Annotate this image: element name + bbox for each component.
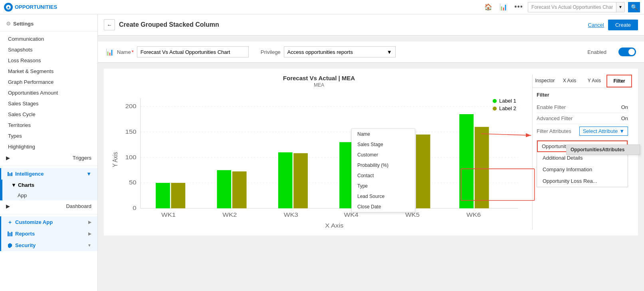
create-button[interactable]: Create [608, 20, 638, 30]
name-label: Name* [117, 49, 134, 55]
filter-attr-label: Filter Attributes [537, 128, 571, 134]
name-input[interactable] [137, 46, 249, 57]
triggers-arrow: ▶ [6, 155, 10, 161]
ctx-lead-source[interactable]: Lead Source [352, 191, 415, 202]
sidebar-item-graph-performance[interactable]: Graph Performance [0, 77, 97, 87]
sidebar-item-sales-stages[interactable]: Sales Stages [0, 98, 97, 109]
sidebar-item-reports[interactable]: Reports ▶ [0, 228, 97, 240]
chart-wrapper: 0 50 100 150 200 Y Axis [110, 94, 528, 230]
search-bar: ▼ [528, 2, 625, 12]
chart-subtitle: MEA [110, 82, 528, 88]
sidebar-item-triggers[interactable]: ▶ Triggers [0, 152, 97, 164]
chart-icon: 📊 [106, 48, 114, 56]
chart-svg: 0 50 100 150 200 Y Axis [110, 94, 528, 230]
sidebar-item-sales-cycle[interactable]: Sales Cycle [0, 109, 97, 120]
attr-opp-loss[interactable]: Opportunity Loss Rea... [537, 175, 628, 187]
privilege-arrow: ▼ [387, 49, 392, 55]
ctx-sales-stage[interactable]: Sales Stage [352, 139, 415, 150]
svg-rect-21 [217, 170, 231, 208]
back-button[interactable]: ← [104, 19, 115, 30]
sidebar-item-types[interactable]: Types [0, 131, 97, 141]
ctx-probability[interactable]: Probability (%) [352, 160, 415, 170]
ctx-close-date[interactable]: Close Date [352, 202, 415, 212]
tab-filter[interactable]: Filter [606, 75, 632, 87]
svg-text:50: 50 [129, 180, 136, 186]
ctx-name[interactable]: Name [352, 129, 415, 139]
more-button[interactable]: ••• [513, 1, 525, 13]
main-layout: ⚙ Settings Communication Snapshots Loss … [0, 14, 644, 291]
svg-text:X Axis: X Axis [325, 222, 344, 228]
dashboard-arrow: ▶ [6, 203, 10, 209]
intelligence-chevron: ▼ [86, 171, 91, 177]
enable-filter-value: On [621, 104, 628, 110]
ctx-contact[interactable]: Contact [352, 170, 415, 181]
tab-xaxis[interactable]: X Axis [557, 75, 582, 87]
svg-rect-20 [171, 183, 185, 208]
search-dropdown-button[interactable]: ▼ [616, 2, 624, 12]
svg-text:150: 150 [125, 129, 137, 135]
svg-rect-28 [416, 135, 430, 208]
enable-filter-row: Enable Filter On [537, 102, 628, 113]
charts-header[interactable]: ▼ Charts [2, 180, 97, 190]
svg-rect-5 [10, 233, 11, 236]
svg-text:WK3: WK3 [284, 212, 298, 218]
intelligence-group: Intelligence ▼ ▼ Charts App [0, 168, 97, 200]
top-navigation: OPPORTUNITIES 🏠 📊 ••• ▼ 🔍 [0, 0, 644, 14]
attr-company-info[interactable]: Company Information [537, 164, 628, 175]
intelligence-header[interactable]: Intelligence ▼ [1, 168, 97, 180]
legend-item-2: Label 2 [493, 105, 516, 111]
sidebar-item-market-segments[interactable]: Market & Segments [0, 66, 97, 77]
sidebar-item-customize[interactable]: Customize App ▶ [0, 216, 97, 228]
privilege-select[interactable]: Access opportunities reports ▼ [284, 46, 396, 57]
search-go-button[interactable]: 🔍 [628, 2, 640, 12]
sidebar-item-dashboard[interactable]: ▶ Dashboard [0, 200, 97, 212]
sidebar-item-communication[interactable]: Communication [0, 34, 97, 44]
opp-attr-header: OpportunitiesAttributes [567, 145, 640, 154]
sidebar-item-loss-reasons[interactable]: Loss Reasons [0, 55, 97, 66]
select-attribute-button[interactable]: Select Attribute ▼ [579, 127, 628, 136]
svg-rect-29 [459, 114, 474, 208]
sidebar-item-security[interactable]: Security ▼ [0, 240, 97, 251]
ctx-type[interactable]: Type [352, 181, 415, 191]
page-title: Create Grouped Stacked Column [119, 21, 219, 28]
chart-button[interactable]: 📊 [497, 1, 509, 13]
page-header: ← Create Grouped Stacked Column Cancel C… [98, 14, 644, 36]
filter-attributes-row: Filter Attributes Select Attribute ▼ [537, 124, 628, 138]
advanced-filter-value: On [621, 115, 628, 121]
search-input[interactable] [528, 4, 616, 10]
home-button[interactable]: 🏠 [482, 1, 494, 13]
settings-header[interactable]: ⚙ Settings [0, 18, 97, 29]
ctx-customer[interactable]: Customer [352, 150, 415, 160]
tab-inspector[interactable]: Inspector [533, 75, 557, 87]
svg-text:200: 200 [125, 103, 137, 109]
chart-panel: Forecast Vs Actual | MEA MEA 0 50 [110, 75, 532, 230]
svg-rect-30 [475, 127, 489, 208]
svg-text:Y Axis: Y Axis [111, 152, 119, 167]
select-attr-arrow: ▼ [619, 128, 624, 134]
inspector-body: Filter Enable Filter On Advanced Filter … [533, 88, 632, 230]
select-attr-text: Select Attribute [583, 128, 618, 134]
charts-arrow: ▼ [11, 182, 16, 188]
svg-text:100: 100 [125, 154, 137, 160]
sidebar-item-highlighting[interactable]: Highlighting [0, 141, 97, 152]
sidebar-item-snapshots[interactable]: Snapshots [0, 44, 97, 55]
advanced-filter-label: Advanced Filter [537, 115, 573, 121]
sidebar-item-app[interactable]: App [2, 190, 97, 200]
form-area: 📊 Name* Privilege Access opportunities r… [98, 42, 644, 63]
enabled-label: Enabled [587, 49, 606, 55]
charts-group: ▼ Charts App [1, 180, 97, 200]
cancel-button[interactable]: Cancel [588, 22, 604, 28]
main-content: ← Create Grouped Stacked Column Cancel C… [98, 14, 644, 291]
legend-dot-1 [493, 99, 497, 103]
tab-yaxis[interactable]: Y Axis [582, 75, 607, 87]
chart-container: Forecast Vs Actual | MEA MEA 0 50 [104, 69, 638, 236]
sidebar-item-territories[interactable]: Territories [0, 120, 97, 131]
top-nav-icons: 🏠 📊 ••• [482, 1, 525, 13]
svg-rect-22 [232, 171, 247, 208]
enabled-toggle[interactable] [618, 48, 636, 56]
brand: OPPORTUNITIES [4, 3, 57, 12]
svg-rect-3 [11, 172, 12, 176]
chart-title: Forecast Vs Actual | MEA [110, 75, 528, 81]
sidebar-item-opp-amount[interactable]: Opportunities Amount [0, 87, 97, 98]
svg-rect-23 [278, 152, 293, 208]
